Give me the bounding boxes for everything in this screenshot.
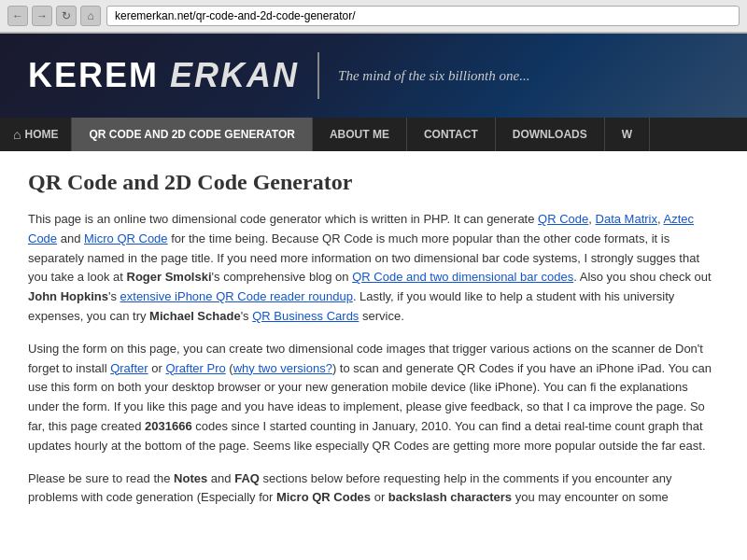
nav-contact-label: CONTACT: [424, 128, 478, 141]
link-qrafter[interactable]: Qrafter: [110, 361, 148, 375]
nav-home-label: HOME: [24, 128, 58, 141]
reload-button[interactable]: ↻: [56, 6, 77, 26]
browser-chrome: ← → ↻ ⌂: [0, 0, 747, 34]
nav-item-about-me[interactable]: ABOUT ME: [313, 118, 407, 151]
nav-more-label: W: [622, 128, 632, 141]
link-why-two[interactable]: why two versions?: [233, 361, 332, 375]
nav-item-qr-code[interactable]: QR CODE AND 2D CODE GENERATOR: [72, 118, 312, 151]
link-micro-qr-code[interactable]: Micro QR Code: [84, 231, 168, 245]
nav-buttons: ← → ↻ ⌂: [7, 6, 101, 26]
link-data-matrix[interactable]: Data Matrix: [596, 212, 657, 226]
link-qr-code[interactable]: QR Code: [538, 212, 588, 226]
page-title: QR Code and 2D Code Generator: [28, 170, 719, 195]
site-header: KEREM ERKAN The mind of the six billiont…: [0, 34, 747, 118]
link-qr-business[interactable]: QR Business Cards: [252, 309, 359, 323]
paragraph-3: Please be sure to read the Notes and FAQ…: [28, 469, 719, 509]
nav-item-home[interactable]: ⌂ HOME: [0, 118, 72, 151]
nav-bar: ⌂ HOME QR CODE AND 2D CODE GENERATOR ABO…: [0, 118, 747, 151]
link-qrafter-pro[interactable]: Qrafter Pro: [165, 361, 225, 375]
home-button[interactable]: ⌂: [80, 6, 101, 26]
site-tagline: The mind of the six billionth one...: [338, 68, 529, 84]
link-qr-2d-barcodes[interactable]: QR Code and two dimensional bar codes: [352, 270, 573, 284]
forward-button[interactable]: →: [32, 6, 52, 26]
main-content: QR Code and 2D Code Generator This page …: [0, 151, 747, 539]
paragraph-1: This page is an online two dimensional c…: [28, 210, 719, 327]
logo-part1: KEREM: [28, 56, 159, 94]
logo-part2: ERKAN: [170, 56, 299, 94]
home-icon: ⌂: [13, 127, 21, 142]
address-bar[interactable]: [106, 6, 740, 26]
nav-downloads-label: DOWNLOADS: [513, 128, 587, 141]
nav-item-more[interactable]: W: [605, 118, 650, 151]
nav-item-downloads[interactable]: DOWNLOADS: [496, 118, 605, 151]
back-button[interactable]: ←: [7, 6, 28, 26]
site-logo: KEREM ERKAN: [28, 56, 299, 95]
paragraph-2: Using the form on this page, you can cre…: [28, 340, 719, 456]
browser-toolbar: ← → ↻ ⌂: [0, 0, 747, 33]
nav-item-contact[interactable]: CONTACT: [407, 118, 496, 151]
site-divider: [317, 52, 319, 99]
nav-qr-label: QR CODE AND 2D CODE GENERATOR: [89, 128, 294, 141]
nav-about-label: ABOUT ME: [330, 128, 389, 141]
link-iphone-roundup[interactable]: extensive iPhone QR Code reader roundup: [120, 289, 353, 303]
